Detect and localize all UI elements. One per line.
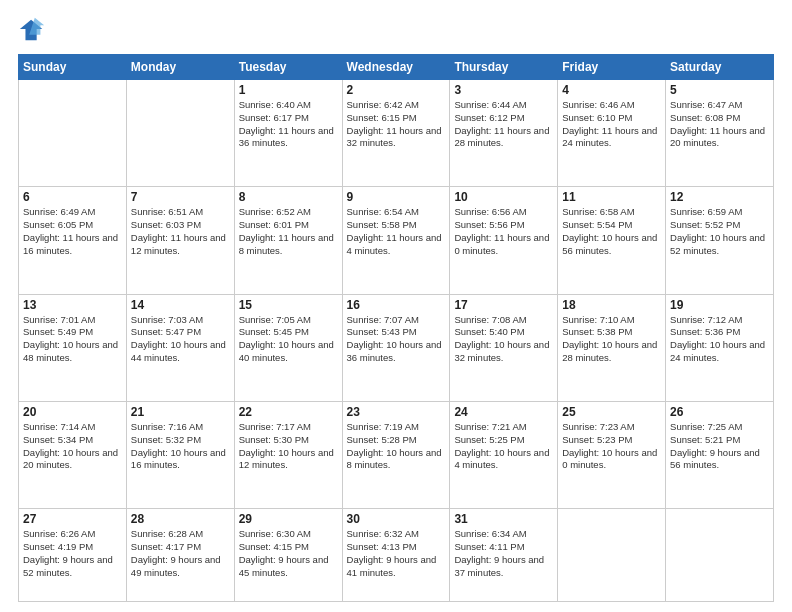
calendar-cell — [126, 80, 234, 187]
sunrise-text: Sunrise: 7:14 AM — [23, 421, 122, 434]
sunset-text: Sunset: 5:45 PM — [239, 326, 338, 339]
weekday-header: Saturday — [666, 55, 774, 80]
sunrise-text: Sunrise: 6:54 AM — [347, 206, 446, 219]
day-number: 8 — [239, 190, 338, 204]
week-row: 27Sunrise: 6:26 AMSunset: 4:19 PMDayligh… — [19, 509, 774, 602]
calendar-cell: 1Sunrise: 6:40 AMSunset: 6:17 PMDaylight… — [234, 80, 342, 187]
day-number: 18 — [562, 298, 661, 312]
logo — [18, 16, 50, 44]
cell-content: Sunrise: 6:26 AMSunset: 4:19 PMDaylight:… — [23, 528, 122, 579]
week-row: 6Sunrise: 6:49 AMSunset: 6:05 PMDaylight… — [19, 187, 774, 294]
daylight-text: Daylight: 10 hours and 56 minutes. — [562, 232, 661, 258]
calendar-cell — [666, 509, 774, 602]
sunrise-text: Sunrise: 7:12 AM — [670, 314, 769, 327]
cell-content: Sunrise: 6:52 AMSunset: 6:01 PMDaylight:… — [239, 206, 338, 257]
sunrise-text: Sunrise: 6:58 AM — [562, 206, 661, 219]
sunrise-text: Sunrise: 6:59 AM — [670, 206, 769, 219]
week-row: 20Sunrise: 7:14 AMSunset: 5:34 PMDayligh… — [19, 401, 774, 508]
calendar-cell: 20Sunrise: 7:14 AMSunset: 5:34 PMDayligh… — [19, 401, 127, 508]
sunrise-text: Sunrise: 7:01 AM — [23, 314, 122, 327]
cell-content: Sunrise: 7:08 AMSunset: 5:40 PMDaylight:… — [454, 314, 553, 365]
daylight-text: Daylight: 10 hours and 36 minutes. — [347, 339, 446, 365]
daylight-text: Daylight: 10 hours and 44 minutes. — [131, 339, 230, 365]
day-number: 9 — [347, 190, 446, 204]
calendar-cell: 22Sunrise: 7:17 AMSunset: 5:30 PMDayligh… — [234, 401, 342, 508]
sunrise-text: Sunrise: 6:30 AM — [239, 528, 338, 541]
calendar-cell: 31Sunrise: 6:34 AMSunset: 4:11 PMDayligh… — [450, 509, 558, 602]
day-number: 2 — [347, 83, 446, 97]
day-number: 28 — [131, 512, 230, 526]
cell-content: Sunrise: 7:17 AMSunset: 5:30 PMDaylight:… — [239, 421, 338, 472]
header — [18, 16, 774, 44]
day-number: 12 — [670, 190, 769, 204]
cell-content: Sunrise: 6:49 AMSunset: 6:05 PMDaylight:… — [23, 206, 122, 257]
sunrise-text: Sunrise: 7:17 AM — [239, 421, 338, 434]
calendar-cell: 12Sunrise: 6:59 AMSunset: 5:52 PMDayligh… — [666, 187, 774, 294]
sunset-text: Sunset: 6:05 PM — [23, 219, 122, 232]
cell-content: Sunrise: 6:44 AMSunset: 6:12 PMDaylight:… — [454, 99, 553, 150]
sunset-text: Sunset: 5:28 PM — [347, 434, 446, 447]
sunrise-text: Sunrise: 6:40 AM — [239, 99, 338, 112]
sunset-text: Sunset: 5:49 PM — [23, 326, 122, 339]
day-number: 5 — [670, 83, 769, 97]
sunset-text: Sunset: 6:08 PM — [670, 112, 769, 125]
daylight-text: Daylight: 10 hours and 4 minutes. — [454, 447, 553, 473]
cell-content: Sunrise: 7:19 AMSunset: 5:28 PMDaylight:… — [347, 421, 446, 472]
daylight-text: Daylight: 11 hours and 0 minutes. — [454, 232, 553, 258]
sunrise-text: Sunrise: 7:07 AM — [347, 314, 446, 327]
day-number: 29 — [239, 512, 338, 526]
daylight-text: Daylight: 11 hours and 36 minutes. — [239, 125, 338, 151]
sunset-text: Sunset: 6:01 PM — [239, 219, 338, 232]
daylight-text: Daylight: 9 hours and 49 minutes. — [131, 554, 230, 580]
day-number: 14 — [131, 298, 230, 312]
sunset-text: Sunset: 5:54 PM — [562, 219, 661, 232]
calendar-cell: 3Sunrise: 6:44 AMSunset: 6:12 PMDaylight… — [450, 80, 558, 187]
daylight-text: Daylight: 10 hours and 40 minutes. — [239, 339, 338, 365]
sunset-text: Sunset: 5:36 PM — [670, 326, 769, 339]
calendar-cell: 24Sunrise: 7:21 AMSunset: 5:25 PMDayligh… — [450, 401, 558, 508]
sunset-text: Sunset: 6:17 PM — [239, 112, 338, 125]
week-row: 13Sunrise: 7:01 AMSunset: 5:49 PMDayligh… — [19, 294, 774, 401]
sunrise-text: Sunrise: 7:10 AM — [562, 314, 661, 327]
cell-content: Sunrise: 6:46 AMSunset: 6:10 PMDaylight:… — [562, 99, 661, 150]
day-number: 11 — [562, 190, 661, 204]
cell-content: Sunrise: 6:51 AMSunset: 6:03 PMDaylight:… — [131, 206, 230, 257]
daylight-text: Daylight: 10 hours and 16 minutes. — [131, 447, 230, 473]
sunrise-text: Sunrise: 7:16 AM — [131, 421, 230, 434]
cell-content: Sunrise: 6:59 AMSunset: 5:52 PMDaylight:… — [670, 206, 769, 257]
sunrise-text: Sunrise: 7:05 AM — [239, 314, 338, 327]
cell-content: Sunrise: 6:54 AMSunset: 5:58 PMDaylight:… — [347, 206, 446, 257]
day-number: 10 — [454, 190, 553, 204]
calendar-cell: 4Sunrise: 6:46 AMSunset: 6:10 PMDaylight… — [558, 80, 666, 187]
daylight-text: Daylight: 10 hours and 32 minutes. — [454, 339, 553, 365]
sunrise-text: Sunrise: 6:51 AM — [131, 206, 230, 219]
sunset-text: Sunset: 4:13 PM — [347, 541, 446, 554]
calendar-cell: 13Sunrise: 7:01 AMSunset: 5:49 PMDayligh… — [19, 294, 127, 401]
daylight-text: Daylight: 11 hours and 8 minutes. — [239, 232, 338, 258]
calendar-cell: 26Sunrise: 7:25 AMSunset: 5:21 PMDayligh… — [666, 401, 774, 508]
cell-content: Sunrise: 7:12 AMSunset: 5:36 PMDaylight:… — [670, 314, 769, 365]
day-number: 31 — [454, 512, 553, 526]
calendar-cell: 14Sunrise: 7:03 AMSunset: 5:47 PMDayligh… — [126, 294, 234, 401]
calendar-cell: 16Sunrise: 7:07 AMSunset: 5:43 PMDayligh… — [342, 294, 450, 401]
daylight-text: Daylight: 9 hours and 41 minutes. — [347, 554, 446, 580]
weekday-header: Tuesday — [234, 55, 342, 80]
daylight-text: Daylight: 10 hours and 12 minutes. — [239, 447, 338, 473]
cell-content: Sunrise: 6:56 AMSunset: 5:56 PMDaylight:… — [454, 206, 553, 257]
day-number: 23 — [347, 405, 446, 419]
day-number: 13 — [23, 298, 122, 312]
sunrise-text: Sunrise: 7:21 AM — [454, 421, 553, 434]
week-row: 1Sunrise: 6:40 AMSunset: 6:17 PMDaylight… — [19, 80, 774, 187]
sunset-text: Sunset: 4:15 PM — [239, 541, 338, 554]
cell-content: Sunrise: 7:16 AMSunset: 5:32 PMDaylight:… — [131, 421, 230, 472]
day-number: 4 — [562, 83, 661, 97]
cell-content: Sunrise: 6:30 AMSunset: 4:15 PMDaylight:… — [239, 528, 338, 579]
calendar-cell: 28Sunrise: 6:28 AMSunset: 4:17 PMDayligh… — [126, 509, 234, 602]
sunrise-text: Sunrise: 6:47 AM — [670, 99, 769, 112]
cell-content: Sunrise: 6:47 AMSunset: 6:08 PMDaylight:… — [670, 99, 769, 150]
sunrise-text: Sunrise: 6:56 AM — [454, 206, 553, 219]
day-number: 22 — [239, 405, 338, 419]
weekday-header: Wednesday — [342, 55, 450, 80]
sunset-text: Sunset: 5:56 PM — [454, 219, 553, 232]
daylight-text: Daylight: 10 hours and 8 minutes. — [347, 447, 446, 473]
